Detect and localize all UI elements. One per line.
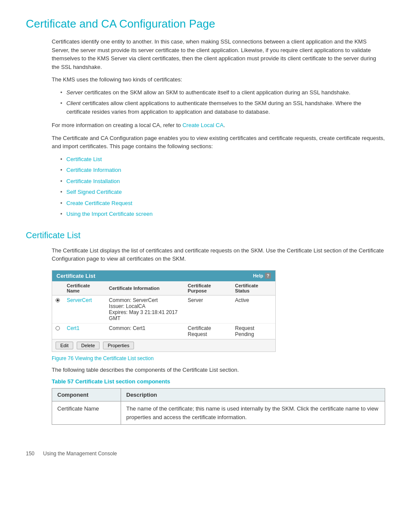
figure-caption: Figure 76 Viewing the Certificate List s… [52, 355, 385, 361]
cert-list-description: The Certificate List displays the list o… [52, 246, 385, 263]
table-caption: Table 57 Certificate List section compon… [52, 378, 385, 385]
cert-type-client-desc: certificates allow client applications t… [66, 100, 361, 115]
cert-type-client: Client certificates allow client applica… [60, 99, 385, 116]
row2-cert-status: Request Pending [232, 323, 275, 339]
intro-para-2: The KMS uses the following two kinds of … [52, 75, 385, 84]
row1-radio[interactable] [56, 298, 60, 302]
section-link-import-cert[interactable]: Using the Import Certificate screen [60, 210, 385, 218]
help-icon[interactable]: ? [265, 273, 271, 279]
cert-list-help[interactable]: Help ? [253, 273, 271, 279]
col-cert-status: Certificate Status [232, 281, 275, 296]
cert-table-header-row: Certificate Name Certificate Information… [52, 281, 275, 296]
row2-radio[interactable] [56, 326, 60, 330]
row1-cert-purpose: Server [184, 295, 232, 323]
components-table-row: Certificate Name The name of the certifi… [52, 401, 385, 425]
table-row: Cert1 Common: Cert1 Certificate Request … [52, 323, 275, 339]
cert-list-box-title: Certificate List [56, 273, 95, 279]
section-link-cert-info[interactable]: Certificate Information [60, 166, 385, 174]
footer-section: Using the Management Console [43, 451, 117, 457]
row2-radio-cell[interactable] [52, 323, 63, 339]
components-col-component: Component [52, 389, 121, 401]
component-desc-cell: The name of the certificate; this name i… [121, 401, 385, 425]
section-link-cert-list[interactable]: Certificate List [60, 155, 385, 164]
table-caption-link[interactable]: Table 57 Certificate List section compon… [52, 378, 170, 385]
cert-list-box-header: Certificate List Help ? [52, 271, 275, 281]
row1-cert-name[interactable]: ServerCert [63, 295, 106, 323]
servercert-link[interactable]: ServerCert [67, 297, 92, 303]
figure-caption-link[interactable]: Figure 76 Viewing the Certificate List s… [52, 355, 154, 361]
row1-cert-info: Common: ServerCert Issuer: LocalCA Expir… [106, 295, 184, 323]
col-cert-name: Certificate Name [63, 281, 106, 296]
row2-cert-info: Common: Cert1 [106, 323, 184, 339]
table-row: ServerCert Common: ServerCert Issuer: Lo… [52, 295, 275, 323]
page-title: Certificate and CA Configuration Page [26, 17, 385, 31]
col-cert-info: Certificate Information [106, 281, 184, 296]
cert-list-box: Certificate List Help ? Certificate Name… [52, 270, 276, 352]
components-table: Component Description Certificate Name T… [52, 388, 385, 425]
row1-radio-cell[interactable] [52, 295, 63, 323]
page-number: 150 [26, 451, 34, 457]
cert-type-server: Server certificates on the SKM allow an … [60, 88, 385, 97]
row1-cert-status: Active [232, 295, 275, 323]
row2-cert-name[interactable]: Cert1 [63, 323, 106, 339]
intro-para-1: Certificates identify one entity to anot… [52, 37, 385, 71]
cert-actions: Edit Delete Properties [52, 339, 275, 352]
cert-type-server-desc: certificates on the SKM allow an SKM to … [84, 89, 350, 96]
cert-list-heading: Certificate List [26, 230, 385, 240]
section-link-self-signed[interactable]: Self Signed Certificate [60, 188, 385, 196]
component-name-cell: Certificate Name [52, 401, 121, 425]
section-link-cert-install[interactable]: Certificate Installation [60, 177, 385, 186]
components-col-description: Description [121, 389, 385, 401]
edit-button[interactable]: Edit [56, 342, 73, 349]
more-info-para: For more information on creating a local… [52, 121, 385, 130]
col-radio [52, 281, 63, 296]
components-table-header-row: Component Description [52, 389, 385, 401]
col-cert-purpose: Certificate Purpose [184, 281, 232, 296]
following-text: The following table describes the compon… [52, 366, 385, 374]
section-link-create-cert[interactable]: Create Certificate Request [60, 199, 385, 208]
sections-list: Certificate List Certificate Information… [60, 155, 385, 218]
help-label: Help [253, 273, 263, 278]
cert-table: Certificate Name Certificate Information… [52, 281, 275, 339]
cert-types-list: Server certificates on the SKM allow an … [60, 88, 385, 116]
create-local-ca-link[interactable]: Create Local CA [182, 122, 223, 128]
page-desc: The Certificate and CA Configuration pag… [52, 134, 385, 151]
delete-button[interactable]: Delete [77, 342, 100, 349]
row2-cert-purpose: Certificate Request [184, 323, 232, 339]
cert1-link[interactable]: Cert1 [67, 325, 79, 331]
properties-button[interactable]: Properties [103, 342, 134, 349]
page-footer: 150 Using the Management Console [26, 451, 385, 457]
